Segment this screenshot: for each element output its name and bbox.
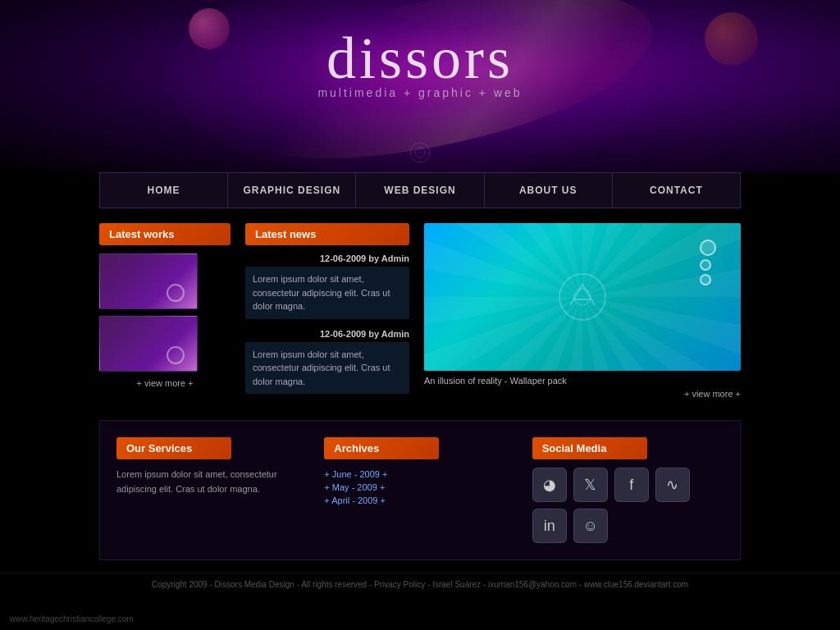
works-view-more[interactable]: + view more +: [99, 378, 231, 388]
myspace-icon[interactable]: ☺: [573, 509, 608, 543]
social-column: Social Media ◕ 𝕏 f ∿ in ☺: [532, 437, 724, 543]
services-text: Lorem ipsum dolor sit amet, consectetur …: [116, 468, 308, 496]
facebook-icon[interactable]: f: [614, 468, 649, 502]
work-thumbnail-2[interactable]: [99, 316, 198, 372]
latest-news-header: Latest news: [245, 223, 409, 245]
linkedin-icon[interactable]: in: [532, 509, 567, 543]
news-date-2: 12-06-2009 by Admin: [245, 329, 409, 339]
featured-caption: An illusion of reality - Wallaper pack: [424, 376, 741, 386]
header-sphere-left: [189, 8, 230, 49]
footer-text: Copyright 2009 - Dissors Media Design - …: [152, 580, 688, 589]
watermark: www.heritagechristiancollege.com: [10, 614, 134, 623]
rss-icon[interactable]: ∿: [655, 468, 690, 502]
latest-works-header: Latest works: [99, 223, 231, 245]
nav-web-design[interactable]: WEB DESIGN: [356, 173, 484, 208]
latest-works-column: Latest works + view more +: [99, 223, 231, 404]
services-column: Our Services Lorem ipsum dolor sit amet,…: [116, 437, 308, 543]
archives-header: Archives: [324, 437, 439, 459]
services-header: Our Services: [116, 437, 231, 459]
news-text-1: Lorem ipsum dolor sit amet, consectetur …: [245, 267, 409, 319]
flickr-icon[interactable]: ◕: [532, 468, 567, 502]
twitter-icon[interactable]: 𝕏: [573, 468, 608, 502]
nav-graphic-design[interactable]: GRAPHIC DESIGN: [228, 173, 356, 208]
featured-image[interactable]: [424, 223, 741, 371]
archives-column: Archives + June - 2009 + + May - 2009 + …: [324, 437, 515, 543]
nav-contact[interactable]: CONTACT: [613, 173, 740, 208]
logo-tagline: multimedia + graphic + web: [317, 86, 522, 99]
featured-column: An illusion of reality - Wallaper pack +…: [424, 223, 741, 404]
social-header: Social Media: [532, 437, 647, 459]
featured-view-more[interactable]: + view more +: [424, 389, 741, 399]
svg-point-4: [559, 274, 605, 320]
main-navigation: HOME GRAPHIC DESIGN WEB DESIGN ABOUT US …: [99, 172, 741, 208]
header-logo: dissors multimedia + graphic + web: [317, 25, 522, 99]
logo-text: dissors: [317, 25, 522, 93]
social-icons: ◕ 𝕏 f ∿ in ☺: [532, 468, 724, 543]
svg-point-5: [574, 289, 591, 305]
header-sphere-right: [705, 12, 758, 66]
archives-list: + June - 2009 + + May - 2009 + + April -…: [324, 468, 515, 507]
nav-about-us[interactable]: ABOUT US: [485, 173, 613, 208]
archives-item-2[interactable]: + April - 2009 +: [324, 494, 515, 507]
latest-news-column: Latest news 12-06-2009 by Admin Lorem ip…: [245, 223, 409, 404]
news-text-2: Lorem ipsum dolor sit amet, consectetur …: [245, 342, 409, 395]
archives-item-0[interactable]: + June - 2009 +: [324, 468, 515, 481]
bottom-section: Our Services Lorem ipsum dolor sit amet,…: [99, 420, 741, 560]
nav-home[interactable]: HOME: [100, 173, 228, 208]
work-thumbnail-1[interactable]: [99, 253, 198, 309]
header: dissors multimedia + graphic + web: [0, 0, 840, 172]
main-content: Latest works + view more + Latest news 1…: [99, 223, 741, 404]
news-date-1: 12-06-2009 by Admin: [245, 253, 409, 263]
header-emblem-icon: [409, 141, 431, 164]
footer: Copyright 2009 - Dissors Media Design - …: [0, 573, 840, 596]
archives-item-1[interactable]: + May - 2009 +: [324, 481, 515, 494]
